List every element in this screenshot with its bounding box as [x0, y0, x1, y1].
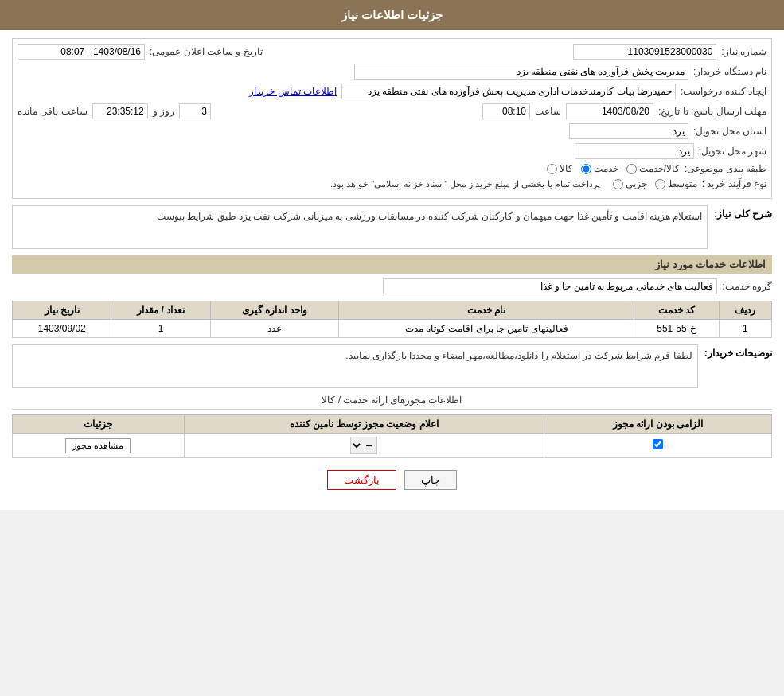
ij-input[interactable]	[341, 84, 676, 99]
mojozat-table: الزامی بودن ارائه مجوز اعلام وضعیت مجوز …	[12, 414, 772, 458]
saat-label: ساعت	[535, 106, 561, 117]
cell-nam: فعالیتهای تامین جا برای اقامت کوتاه مدت	[339, 320, 634, 338]
khadamat-section-title: اطلاعات خدمات مورد نیاز	[12, 255, 772, 274]
cell-tarikh: 1403/09/02	[13, 320, 111, 338]
grooh-label: گروه خدمت:	[722, 281, 772, 292]
baqi-input[interactable]	[92, 103, 148, 119]
nam-dastgah-label: نام دستگاه خریدار:	[693, 66, 766, 77]
mojozat-header: اطلاعات مجوزهای ارائه خدمت / کالا	[12, 395, 772, 410]
mohlat-date-input[interactable]	[566, 103, 653, 119]
cell-vahed: عدد	[210, 320, 338, 338]
tabaqeh-label: طبقه بندی موضوعی:	[685, 163, 766, 174]
nooe-note: پرداخت تمام یا بخشی از مبلغ خریداز محل "…	[330, 179, 600, 189]
col-kod: کد خدمت	[634, 301, 719, 320]
col-nam: نام خدمت	[339, 301, 634, 320]
nooe-motovaset-radio[interactable]	[655, 179, 665, 189]
tabaqeh-radio-group: کالا خدمت کالا/خدمت	[547, 163, 680, 174]
nooe-jozi-radio[interactable]	[613, 179, 623, 189]
rooz-label: روز و	[153, 106, 174, 117]
ij-label: ایجاد کننده درخواست:	[681, 86, 766, 97]
tabaqeh-kala-khedmat-label: کالا/خدمت	[639, 163, 680, 174]
tabaqeh-kala-radio[interactable]	[547, 164, 557, 174]
mojozat-row: -- مشاهده مجوز	[13, 434, 772, 458]
col-elzami: الزامی بودن ارائه مجوز	[544, 415, 772, 434]
elzami-checkbox[interactable]	[653, 439, 663, 449]
khadamat-table-section: ردیف کد خدمت نام خدمت واحد اندازه گیری ت…	[12, 301, 772, 338]
tosih-value: لطفا فرم شرایط شرکت در استعلام را دانلود…	[345, 350, 692, 361]
shomare-niaz-input[interactable]	[573, 44, 716, 60]
cell-tedad: 1	[111, 320, 210, 338]
tamas-link[interactable]: اطلاعات تماس خریدار	[249, 86, 337, 97]
col-vahed: واحد اندازه گیری	[210, 301, 338, 320]
cell-kod: خ-55-551	[634, 320, 719, 338]
nooe-motovaset-label: متوسط	[668, 178, 697, 189]
col-radif: ردیف	[719, 301, 771, 320]
col-joziyat: جزئیات	[13, 415, 185, 434]
tarikh-label: تاریخ و ساعت اعلان عمومی:	[150, 46, 263, 57]
khadamat-table: ردیف کد خدمت نام خدمت واحد اندازه گیری ت…	[12, 301, 772, 338]
shomare-niaz-label: شماره نیاز:	[721, 46, 766, 57]
sharh-label: شرح کلی نیاز:	[714, 205, 772, 220]
cell-elzami	[544, 434, 772, 458]
tabaqeh-kala-label: کالا	[560, 163, 573, 174]
col-tedad: تعداد / مقدار	[111, 301, 210, 320]
cell-eelam: --	[184, 434, 544, 458]
rooz-input[interactable]	[179, 103, 211, 119]
saat-input[interactable]	[482, 103, 530, 119]
nam-dastgah-input[interactable]	[354, 64, 688, 80]
baqi-label: ساعت باقی مانده	[18, 106, 88, 117]
tarikh-input[interactable]	[18, 44, 145, 60]
tabaqeh-khedmat-radio[interactable]	[581, 164, 591, 174]
view-mojoz-button[interactable]: مشاهده مجوز	[65, 438, 131, 453]
ostan-input[interactable]	[569, 123, 688, 139]
mojozat-section: اطلاعات مجوزهای ارائه خدمت / کالا الزامی…	[12, 395, 772, 458]
nooe-label: نوع فرآیند خرید :	[702, 178, 766, 189]
tosih-label: توضیحات خریدار:	[704, 344, 772, 359]
col-eelam: اعلام وضعیت مجوز توسط نامین کننده	[184, 415, 544, 434]
grooh-input[interactable]	[383, 278, 717, 294]
ostan-label: استان محل تحویل:	[693, 126, 766, 137]
bottom-buttons: چاپ بازگشت	[12, 470, 772, 490]
tabaqeh-khedmat-label: خدمت	[594, 163, 618, 174]
sharh-value: استعلام هزینه اقامت و تأمین غذا جهت میهم…	[157, 211, 702, 222]
col-tarikh: تاریخ نیاز	[13, 301, 111, 320]
shahr-label: شهر محل تحویل:	[699, 146, 766, 157]
page-header: جزئیات اطلاعات نیاز	[0, 0, 784, 30]
eelam-select[interactable]: --	[350, 437, 377, 454]
tabaqeh-kala-khedmat-radio[interactable]	[626, 164, 637, 174]
nooe-jozi-label: جزیی	[626, 178, 647, 189]
cell-joziyat: مشاهده مجوز	[13, 434, 185, 458]
table-row: 1 خ-55-551 فعالیتهای تامین جا برای اقامت…	[13, 320, 772, 338]
chap-button[interactable]: چاپ	[404, 470, 457, 490]
nooe-radio-group: جزیی متوسط	[613, 178, 697, 189]
page-title: جزئیات اطلاعات نیاز	[341, 8, 443, 21]
cell-radif: 1	[719, 320, 771, 338]
mohlat-label: مهلت ارسال پاسخ: تا تاریخ:	[658, 106, 766, 117]
shahr-input[interactable]	[575, 143, 694, 159]
bazgasht-button[interactable]: بازگشت	[327, 470, 396, 490]
